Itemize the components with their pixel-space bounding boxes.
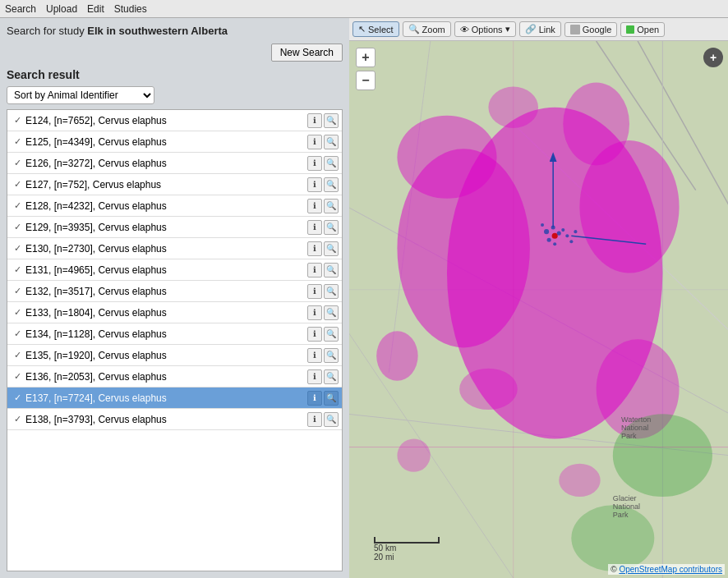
zoom-out-button[interactable]: − — [356, 71, 376, 90]
animal-info-button[interactable]: ℹ — [307, 156, 322, 171]
animal-search-button[interactable]: 🔍 — [324, 327, 339, 342]
zoom-in-button[interactable]: + — [356, 48, 376, 67]
svg-point-35 — [552, 233, 558, 239]
animal-checkbox[interactable]: ✓ — [11, 115, 24, 126]
animal-search-button[interactable]: 🔍 — [324, 220, 339, 235]
animal-name: E133, [n=1804], Cervus elaphus — [24, 307, 307, 319]
animal-checkbox[interactable]: ✓ — [11, 328, 24, 339]
animal-checkbox[interactable]: ✓ — [11, 350, 24, 360]
animal-info-button[interactable]: ℹ — [307, 327, 322, 342]
link-label: Link — [539, 25, 555, 34]
menu-item-search[interactable]: Search — [5, 3, 36, 15]
main-content: Search for study Elk in southwestern Alb… — [0, 18, 728, 578]
animal-search-button[interactable]: 🔍 — [324, 284, 339, 299]
animal-search-button[interactable]: 🔍 — [324, 199, 339, 213]
animal-search-button[interactable]: 🔍 — [324, 412, 339, 427]
sort-select[interactable]: Sort by Animal IdentifierSort by DateSor… — [7, 86, 154, 104]
animal-info-button[interactable]: ℹ — [307, 241, 322, 256]
animal-list-container: ✓E124, [n=7652], Cervus elaphusℹ🔍✓E125, … — [7, 109, 343, 571]
animal-info-button[interactable]: ℹ — [307, 177, 322, 192]
animal-list-item[interactable]: ✓E136, [n=2053], Cervus elaphusℹ🔍 — [7, 366, 342, 388]
zoom-tool-button[interactable]: 🔍 Zoom — [403, 21, 451, 37]
animal-checkbox[interactable]: ✓ — [11, 286, 24, 296]
animal-checkbox[interactable]: ✓ — [11, 392, 24, 403]
animal-checkbox[interactable]: ✓ — [11, 307, 24, 318]
animal-list-item[interactable]: ✓E125, [n=4349], Cervus elaphusℹ🔍 — [7, 131, 342, 153]
animal-checkbox[interactable]: ✓ — [11, 243, 24, 254]
animal-list-item[interactable]: ✓E135, [n=1920], Cervus elaphusℹ🔍 — [7, 345, 342, 366]
menu-item-studies[interactable]: Studies — [114, 3, 147, 15]
animal-info-button[interactable]: ℹ — [307, 199, 322, 213]
svg-text:Glacier: Glacier — [613, 494, 637, 502]
animal-checkbox[interactable]: ✓ — [11, 414, 24, 424]
animal-checkbox[interactable]: ✓ — [11, 371, 24, 382]
animal-list-item[interactable]: ✓E132, [n=3517], Cervus elaphusℹ🔍 — [7, 281, 342, 302]
animal-list-item[interactable]: ✓E127, [n=752], Cervus elaphusℹ🔍 — [7, 174, 342, 195]
map-svg: Waterton National Park Glacier National … — [349, 41, 728, 578]
animal-search-button[interactable]: 🔍 — [324, 177, 339, 192]
top-menu-bar: Search Upload Edit Studies — [0, 0, 728, 18]
map-toolbar: ↖ Select 🔍 Zoom 👁 Options ▾ 🔗 Link Googl… — [349, 18, 728, 41]
animal-list-item[interactable]: ✓E134, [n=1128], Cervus elaphusℹ🔍 — [7, 323, 342, 345]
map-container[interactable]: Waterton National Park Glacier National … — [349, 41, 728, 578]
animal-list-item[interactable]: ✓E137, [n=7724], Cervus elaphusℹ🔍 — [7, 388, 342, 409]
menu-item-edit[interactable]: Edit — [87, 3, 104, 15]
animal-checkbox[interactable]: ✓ — [11, 264, 24, 275]
open-label: Open — [637, 25, 659, 34]
animal-list-item[interactable]: ✓E133, [n=1804], Cervus elaphusℹ🔍 — [7, 302, 342, 323]
animal-checkbox[interactable]: ✓ — [11, 179, 24, 190]
new-search-button[interactable]: New Search — [271, 44, 343, 62]
animal-search-button[interactable]: 🔍 — [324, 113, 339, 128]
animal-search-button[interactable]: 🔍 — [324, 348, 339, 363]
animal-list-item[interactable]: ✓E131, [n=4965], Cervus elaphusℹ🔍 — [7, 259, 342, 281]
animal-search-button[interactable]: 🔍 — [324, 156, 339, 171]
animal-info-button[interactable]: ℹ — [307, 135, 322, 149]
animal-info-button[interactable]: ℹ — [307, 369, 322, 384]
animal-search-button[interactable]: 🔍 — [324, 369, 339, 384]
animal-checkbox[interactable]: ✓ — [11, 222, 24, 232]
animal-checkbox[interactable]: ✓ — [11, 200, 24, 211]
animal-list-item[interactable]: ✓E130, [n=2730], Cervus elaphusℹ🔍 — [7, 238, 342, 259]
animal-info-button[interactable]: ℹ — [307, 113, 322, 128]
animal-info-button[interactable]: ℹ — [307, 348, 322, 363]
animal-search-button[interactable]: 🔍 — [324, 391, 339, 406]
svg-point-22 — [559, 464, 600, 497]
animal-actions: ℹ🔍 — [307, 305, 339, 320]
link-button[interactable]: 🔗 Link — [519, 21, 561, 37]
animal-checkbox[interactable]: ✓ — [11, 158, 24, 168]
animal-list-item[interactable]: ✓E138, [n=3793], Cervus elaphusℹ🔍 — [7, 409, 342, 430]
select-tool-button[interactable]: ↖ Select — [352, 21, 399, 37]
map-panel: ↖ Select 🔍 Zoom 👁 Options ▾ 🔗 Link Googl… — [349, 18, 728, 578]
svg-point-28 — [541, 223, 544, 227]
animal-checkbox[interactable]: ✓ — [11, 136, 24, 147]
expand-button[interactable]: + — [703, 48, 723, 67]
animal-actions: ℹ🔍 — [307, 241, 339, 256]
open-button[interactable]: Open — [620, 22, 665, 37]
animal-list-item[interactable]: ✓E129, [n=3935], Cervus elaphusℹ🔍 — [7, 217, 342, 238]
animal-info-button[interactable]: ℹ — [307, 305, 322, 320]
menu-item-upload[interactable]: Upload — [46, 3, 77, 15]
animal-list-item[interactable]: ✓E126, [n=3272], Cervus elaphusℹ🔍 — [7, 153, 342, 174]
animal-name: E131, [n=4965], Cervus elaphus — [24, 264, 307, 276]
left-panel: Search for study Elk in southwestern Alb… — [0, 18, 349, 578]
animal-list-item[interactable]: ✓E124, [n=7652], Cervus elaphusℹ🔍 — [7, 110, 342, 131]
animal-list-item[interactable]: ✓E128, [n=4232], Cervus elaphusℹ🔍 — [7, 195, 342, 217]
animal-search-button[interactable]: 🔍 — [324, 263, 339, 278]
animal-info-button[interactable]: ℹ — [307, 284, 322, 299]
options-button[interactable]: 👁 Options ▾ — [454, 21, 516, 37]
animal-search-button[interactable]: 🔍 — [324, 241, 339, 256]
animal-info-button[interactable]: ℹ — [307, 263, 322, 278]
new-search-row: New Search — [7, 44, 343, 62]
google-button[interactable]: Google — [564, 22, 617, 37]
svg-point-27 — [561, 228, 564, 232]
animal-info-button[interactable]: ℹ — [307, 391, 322, 406]
svg-point-20 — [459, 369, 518, 410]
chevron-down-icon: ▾ — [505, 24, 510, 34]
animal-search-button[interactable]: 🔍 — [324, 135, 339, 149]
animal-info-button[interactable]: ℹ — [307, 412, 322, 427]
animal-actions: ℹ🔍 — [307, 412, 339, 427]
osm-link[interactable]: OpenStreetMap contributors — [619, 565, 722, 574]
animal-name: E127, [n=752], Cervus elaphus — [24, 179, 307, 190]
animal-search-button[interactable]: 🔍 — [324, 305, 339, 320]
animal-info-button[interactable]: ℹ — [307, 220, 322, 235]
